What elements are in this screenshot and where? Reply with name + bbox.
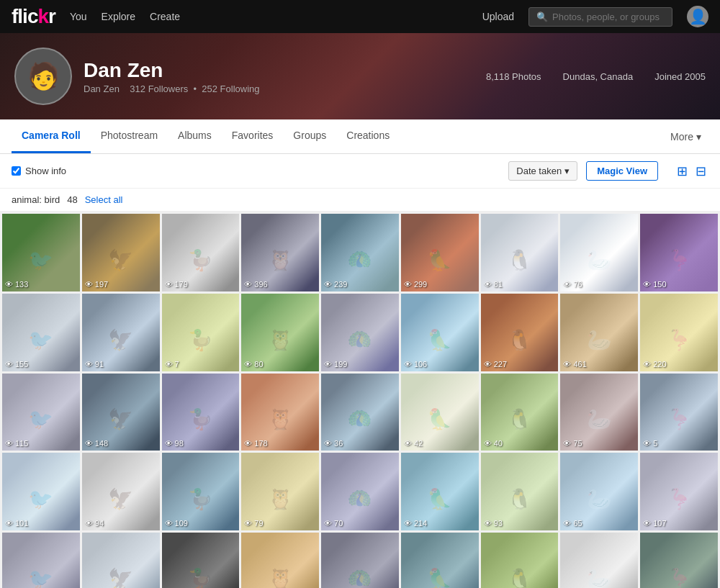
photo-cell[interactable]: 🦆👁109 [162,453,240,530]
photo-cell[interactable]: 🐦👁101 [2,453,80,530]
photo-cell[interactable]: 🦢👁65 [560,453,638,530]
photo-cell[interactable]: 🦩👁5 [640,374,718,451]
nav-you[interactable]: You [70,11,87,22]
followers-count[interactable]: 312 Followers [130,83,188,94]
photo-view-count: 👁98 [165,439,184,448]
date-taken-button[interactable]: Date taken ▾ [508,161,577,181]
photo-view-count: 👁109 [165,519,188,528]
photo-cell[interactable]: 🦚👁70 [321,453,399,530]
photo-cell[interactable]: 🦚👁36 [321,374,399,451]
photo-cell[interactable]: 🐧👁227 [481,294,559,371]
photo-view-count: 👁107 [643,519,666,528]
photo-view-count: 👁461 [563,360,586,368]
photo-cell[interactable]: 🦅👁148 [82,374,160,451]
photo-cell[interactable]: 🐧👁93 [481,453,559,530]
grid-small-icon[interactable]: ⊞ [674,163,690,179]
photo-cell[interactable]: 🦉👁132 [241,533,319,588]
search-input[interactable] [552,12,673,22]
show-info-text: Show info [25,166,66,176]
profile-info: Dan Zen Dan Zen 312 Followers • 252 Foll… [84,59,486,94]
photo-cell[interactable]: 🦜👁106 [401,294,479,371]
photo-cell[interactable]: 🦅👁91 [82,294,160,371]
photo-cell[interactable]: 🦩👁220 [640,294,718,371]
photo-cell[interactable]: 🐦👁115 [2,374,80,451]
date-taken-label: Date taken [516,166,562,176]
tab-favorites[interactable]: Favorites [222,119,284,153]
eye-icon: 👁 [5,519,13,528]
eye-icon: 👁 [404,439,412,448]
photo-cell[interactable]: 🦜👁108 [401,533,479,588]
following-count[interactable]: 252 Following [202,83,259,94]
photo-cell[interactable]: 🦢👁461 [560,294,638,371]
tab-photostream[interactable]: Photostream [91,119,168,153]
photo-cell[interactable]: 🦅👁94 [82,453,160,530]
eye-icon: 👁 [5,439,13,448]
photo-cell[interactable]: 🦅👁99 [82,533,160,588]
photo-cell[interactable]: 🐧👁81 [481,214,559,291]
photo-cell[interactable]: 🦉👁80 [241,294,319,371]
photo-cell[interactable]: 🐦👁155 [2,294,80,371]
eye-icon: 👁 [404,280,412,289]
photo-cell[interactable]: 🦅👁197 [82,214,160,291]
photo-cell[interactable]: 🦩👁107 [640,453,718,530]
nav-create[interactable]: Create [150,11,180,22]
photo-cell[interactable]: 🦉👁396 [241,214,319,291]
tab-camera-roll[interactable]: Camera Roll [12,119,91,153]
photo-cell[interactable]: 🦚👁239 [321,214,399,291]
magic-view-button[interactable]: Magic View [586,161,658,181]
flickr-logo[interactable]: flickr [12,5,55,28]
photo-grid: 🐦👁133🦅👁197🦆👁179🦉👁396🦚👁239🦜👁299🐧👁81🦢👁76🦩👁… [0,212,720,588]
photo-cell[interactable]: 🐦👁133 [2,214,80,291]
user-avatar-nav[interactable]: 👤 [687,6,708,27]
photo-cell[interactable]: 🦆👁58 [162,533,240,588]
photo-cell[interactable]: 🦩👁114 [640,533,718,588]
tab-albums[interactable]: Albums [168,119,222,153]
photo-cell[interactable]: 🦆👁7 [162,294,240,371]
eye-icon: 👁 [85,519,93,528]
photo-cell[interactable]: 🐧👁40 [481,374,559,451]
show-info-checkbox[interactable] [12,166,21,176]
photo-view-count: 👁133 [5,280,28,289]
photo-cell[interactable]: 🦚👁199 [321,294,399,371]
grid-large-icon[interactable]: ⊟ [693,163,708,179]
photo-cell[interactable]: 🦢👁75 [560,374,638,451]
eye-icon: 👁 [244,360,252,368]
eye-icon: 👁 [85,439,93,448]
photo-view-count: 👁65 [563,519,582,528]
photo-cell[interactable]: 🦆👁98 [162,374,240,451]
photo-cell[interactable]: 🦉👁178 [241,374,319,451]
eye-icon: 👁 [5,280,13,289]
photos-count: 8,118 Photos [486,71,541,82]
photo-cell[interactable]: 🦉👁79 [241,453,319,530]
photo-cell[interactable]: 🦜👁42 [401,374,479,451]
eye-icon: 👁 [165,280,173,289]
nav-explore[interactable]: Explore [102,11,135,22]
photo-cell[interactable]: 🦢👁76 [560,214,638,291]
photo-view-count: 👁91 [85,360,104,368]
profile-follow-info: Dan Zen 312 Followers • 252 Following [84,83,486,94]
select-all-link[interactable]: Select all [85,194,123,205]
photo-cell[interactable]: 🦜👁299 [401,214,479,291]
tab-creations[interactable]: Creations [336,119,400,153]
upload-button[interactable]: Upload [482,11,514,22]
photo-cell[interactable]: 🐧👁120 [481,533,559,588]
profile-avatar[interactable]: 🧑 [14,48,72,105]
photo-cell[interactable]: 🦩👁150 [640,214,718,291]
photo-cell[interactable]: 🦜👁214 [401,453,479,530]
photo-cell[interactable]: 🦢👁102 [560,533,638,588]
chevron-down-icon: ▾ [696,131,701,143]
photo-view-count: 👁93 [484,519,503,528]
photo-cell[interactable]: 🦚👁81 [321,533,399,588]
photo-view-count: 👁75 [563,439,582,448]
eye-icon: 👁 [165,519,173,528]
photo-view-count: 👁150 [643,280,666,289]
eye-icon: 👁 [324,519,332,528]
photo-cell[interactable]: 🦆👁179 [162,214,240,291]
eye-icon: 👁 [85,360,93,368]
show-info-label[interactable]: Show info [12,166,66,176]
tab-groups[interactable]: Groups [283,119,336,153]
photo-view-count: 👁80 [244,360,263,368]
photo-cell[interactable]: 🐦👁8 [2,533,80,588]
profile-stats: 8,118 Photos Dundas, Canada Joined 2005 [486,71,706,82]
more-button[interactable]: More ▾ [663,121,708,153]
